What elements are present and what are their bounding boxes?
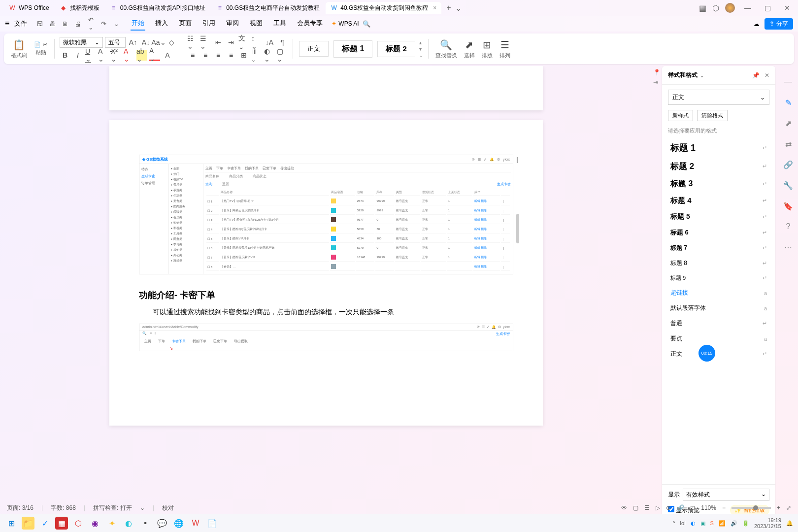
zoom-level[interactable]: 110% <box>701 504 716 511</box>
copy-icon[interactable]: 📄 <box>34 41 41 48</box>
style-item[interactable]: 标题 8↵ <box>666 256 771 271</box>
close-button[interactable]: ✕ <box>780 4 794 12</box>
underline-button[interactable]: U ⌄ <box>85 50 96 61</box>
collapse-icon[interactable]: ⇥ <box>653 79 661 87</box>
align-left-icon[interactable]: ≡ <box>187 50 198 61</box>
word-count[interactable]: 字数: 868 <box>51 504 76 512</box>
app-icon[interactable]: ✦ <box>105 517 118 530</box>
share-button[interactable]: ⇪ 分享 <box>765 18 793 30</box>
tray-icon[interactable]: ▣ <box>700 520 705 527</box>
app-icon[interactable]: 📄 <box>206 517 219 530</box>
tray-icon[interactable]: S <box>710 520 714 526</box>
tab-dropdown[interactable]: ⌄ <box>455 3 462 13</box>
current-style-select[interactable]: 正文 ⌄ <box>668 90 769 105</box>
bold-button[interactable]: B <box>60 50 70 61</box>
tab-docer[interactable]: ◆ 找稻壳模板 <box>55 2 104 14</box>
shading-icon[interactable]: ◐ ⌄ <box>264 50 275 61</box>
style-item[interactable]: 标题 7↵ <box>666 240 771 256</box>
style-item[interactable]: 标题 6↵ <box>666 225 771 240</box>
style-item[interactable]: 默认段落字体a <box>666 300 771 316</box>
close-icon[interactable]: × <box>433 4 436 11</box>
font-size-select[interactable]: 五号 ⌄ <box>105 37 126 48</box>
print-preview-icon[interactable]: 🗎 <box>60 20 70 28</box>
decrease-font-icon[interactable]: A↓ <box>140 37 151 48</box>
help-icon[interactable]: ? <box>782 221 794 233</box>
wifi-icon[interactable]: 📶 <box>719 520 726 527</box>
quick-print-icon[interactable]: 🖨 <box>72 20 83 28</box>
app-icon[interactable]: ◉ <box>89 517 101 530</box>
wps-ai-button[interactable]: ✦ WPS AI <box>332 20 359 27</box>
menu-tab-page[interactable]: 页面 <box>178 17 193 31</box>
tab-doc-api[interactable]: ≡ 00.GS权益自动发货API接口地址 <box>105 2 210 14</box>
scrollbar-thumb[interactable] <box>516 214 519 243</box>
spellcheck-status[interactable]: 拼写检查: 打开 <box>93 504 132 512</box>
font-color-button[interactable]: A ⌄ <box>124 50 134 61</box>
number-list-icon[interactable]: ☰ ⌄ <box>200 37 211 48</box>
increase-font-icon[interactable]: A↑ <box>128 37 138 48</box>
avatar[interactable] <box>725 3 735 13</box>
select-button[interactable]: ⬈选择 <box>462 39 477 59</box>
outline-mode-icon[interactable]: ☰ <box>644 504 650 511</box>
spellcheck-dropdown[interactable]: ⌄ <box>140 504 145 511</box>
italic-button[interactable]: I <box>72 50 83 61</box>
superscript-button[interactable]: X² ⌄ <box>111 50 122 61</box>
tray-chevron-icon[interactable]: ^ <box>672 520 675 526</box>
maximize-button[interactable]: ▢ <box>761 4 774 12</box>
zoom-slider[interactable] <box>732 507 771 509</box>
share-alt-icon[interactable]: ⇄ <box>782 138 794 150</box>
style-item[interactable]: 普通↵ <box>666 316 771 331</box>
cut-icon[interactable]: ✂ <box>43 41 47 48</box>
sort-button[interactable]: ☰排列 <box>498 39 512 59</box>
style-item[interactable]: 要点a <box>666 331 771 346</box>
more-icon[interactable]: ⋯ <box>782 241 794 253</box>
edge-icon[interactable]: 🌐 <box>172 517 185 530</box>
style-nav[interactable]: ▴▾⌄ <box>419 40 423 58</box>
find-replace-button[interactable]: 🔍查找替换 <box>433 39 459 59</box>
start-button[interactable]: ⊞ <box>5 517 18 530</box>
pin-icon[interactable]: 📌 <box>752 72 760 79</box>
highlight-button[interactable]: ab ⌄ <box>136 50 147 61</box>
page-indicator[interactable]: 页面: 3/16 <box>7 504 33 512</box>
menu-tab-view[interactable]: 视图 <box>249 17 264 31</box>
sort-icon[interactable]: ↓A <box>264 37 275 48</box>
redo-icon[interactable]: ↷ <box>98 20 109 28</box>
style-normal[interactable]: 正文 <box>299 41 329 57</box>
style-item[interactable]: 正文↵ <box>666 346 771 362</box>
file-menu[interactable]: 文件 <box>14 19 27 28</box>
wechat-icon[interactable]: 💬 <box>156 517 168 530</box>
fit-icon[interactable]: ⊡ <box>690 504 695 511</box>
page-mode-icon[interactable]: ▢ <box>633 504 638 511</box>
undo-icon[interactable]: ↶ ⌄ <box>85 16 96 31</box>
hamburger-icon[interactable]: ≡ <box>5 19 9 28</box>
change-case-icon[interactable]: Aa⌄ <box>153 37 164 48</box>
align-right-icon[interactable]: ≡ <box>213 50 224 61</box>
tool-icon[interactable]: 🔧 <box>782 179 794 191</box>
menu-tab-start[interactable]: 开始 <box>131 17 145 31</box>
new-tab-button[interactable]: + <box>446 3 451 12</box>
cursor-icon[interactable]: ⬈ <box>782 117 794 129</box>
decrease-indent-icon[interactable]: ⇤ <box>213 37 224 48</box>
notifications-icon[interactable]: 🔔 <box>786 520 793 527</box>
strikethrough-button[interactable]: A ⌄ <box>98 50 109 61</box>
style-heading1[interactable]: 标题 1 <box>333 40 372 58</box>
clear-format-button[interactable]: 清除格式 <box>697 110 728 121</box>
style-item[interactable]: 标题 1↵ <box>666 138 771 157</box>
format-brush-group[interactable]: 📋 格式刷 <box>9 39 29 59</box>
chevron-down-icon[interactable]: ⌄ <box>699 72 704 79</box>
text-direction-icon[interactable]: 文 ⌄ <box>238 37 249 48</box>
minimize-button[interactable]: — <box>741 4 755 12</box>
volume-icon[interactable]: 🔊 <box>731 520 737 527</box>
styles-list[interactable]: 标题 1↵标题 2↵标题 3↵标题 4↵标题 5↵标题 6↵标题 7↵标题 8↵… <box>662 136 775 484</box>
bookmark-icon[interactable]: 🔖 <box>782 200 794 212</box>
cube-icon[interactable]: ⬡ <box>712 3 719 13</box>
text-color-button[interactable]: A ⌄ <box>149 50 160 61</box>
tab-wps-office[interactable]: W WPS Office <box>4 2 54 13</box>
align-center-icon[interactable]: ≡ <box>200 50 211 61</box>
menu-tab-reference[interactable]: 引用 <box>201 17 216 31</box>
spacing-icon[interactable]: ⫼ ⌄ <box>251 50 262 61</box>
align-justify-icon[interactable]: ≡ <box>226 50 236 61</box>
close-icon[interactable]: ✕ <box>765 72 769 79</box>
minimize-panel-icon[interactable]: — <box>782 76 794 88</box>
border-icon[interactable]: ▢ ⌄ <box>277 50 288 61</box>
proofread-button[interactable]: 校对 <box>162 504 174 512</box>
